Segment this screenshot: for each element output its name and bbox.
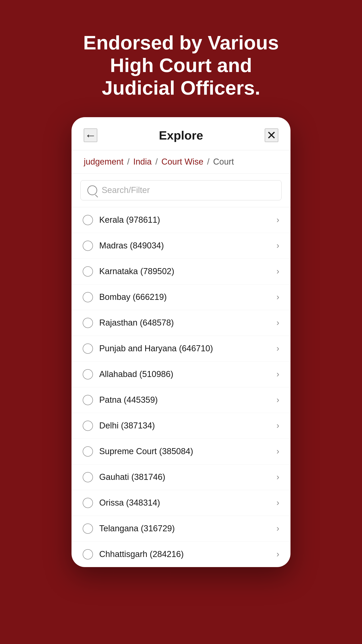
list-item[interactable]: Allahabad (510986)› bbox=[71, 362, 291, 387]
radio-circle bbox=[83, 344, 93, 354]
breadcrumb-sep-2: / bbox=[155, 157, 160, 166]
item-label: Patna (445359) bbox=[99, 395, 270, 405]
modal-title: Explore bbox=[159, 128, 203, 142]
radio-circle bbox=[83, 498, 93, 508]
chevron-right-icon: › bbox=[276, 395, 279, 405]
back-button[interactable]: ← bbox=[84, 128, 97, 142]
item-label: Rajasthan (648578) bbox=[99, 318, 270, 328]
list-item[interactable]: Karnataka (789502)› bbox=[71, 259, 291, 284]
list-item[interactable]: Orissa (348314)› bbox=[71, 490, 291, 516]
item-label: Orissa (348314) bbox=[99, 498, 270, 508]
chevron-right-icon: › bbox=[276, 241, 279, 250]
chevron-right-icon: › bbox=[276, 215, 279, 225]
back-arrow-icon: ← bbox=[85, 128, 96, 142]
chevron-right-icon: › bbox=[276, 498, 279, 508]
chevron-right-icon: › bbox=[276, 292, 279, 302]
radio-circle bbox=[83, 549, 93, 560]
item-label: Punjab and Haryana (646710) bbox=[99, 344, 270, 353]
radio-circle bbox=[83, 369, 93, 380]
radio-circle bbox=[83, 472, 93, 482]
radio-circle bbox=[83, 395, 93, 405]
breadcrumb-court: Court bbox=[213, 157, 234, 166]
list-item[interactable]: Bombay (666219)› bbox=[71, 284, 291, 310]
radio-circle bbox=[83, 266, 93, 276]
chevron-right-icon: › bbox=[276, 370, 279, 379]
item-label: Allahabad (510986) bbox=[99, 370, 270, 379]
radio-circle bbox=[83, 240, 93, 251]
item-label: Telangana (316729) bbox=[99, 524, 270, 533]
item-label: Supreme Court (385084) bbox=[99, 446, 270, 456]
search-placeholder: Search/Filter bbox=[102, 185, 150, 195]
radio-circle bbox=[83, 420, 93, 431]
chevron-right-icon: › bbox=[276, 421, 279, 430]
list-item[interactable]: Kerala (978611)› bbox=[71, 207, 291, 233]
item-label: Delhi (387134) bbox=[99, 421, 270, 430]
chevron-right-icon: › bbox=[276, 524, 279, 533]
hero-title: Endorsed by Various High Court and Judic… bbox=[47, 0, 315, 117]
list-item[interactable]: Rajasthan (648578)› bbox=[71, 310, 291, 336]
radio-circle bbox=[83, 524, 93, 534]
radio-circle bbox=[83, 215, 93, 225]
close-button[interactable]: ✕ bbox=[265, 128, 278, 142]
list-item[interactable]: Chhattisgarh (284216)› bbox=[71, 542, 291, 567]
close-icon: ✕ bbox=[267, 128, 276, 142]
list-item[interactable]: Madras (849034)› bbox=[71, 233, 291, 259]
list-item[interactable]: Patna (445359)› bbox=[71, 387, 291, 413]
breadcrumb-sep-1: / bbox=[127, 157, 132, 166]
radio-circle bbox=[83, 318, 93, 328]
list-item[interactable]: Telangana (316729)› bbox=[71, 516, 291, 542]
chevron-right-icon: › bbox=[276, 266, 279, 276]
list-item[interactable]: Punjab and Haryana (646710)› bbox=[71, 336, 291, 362]
radio-circle bbox=[83, 446, 93, 456]
radio-circle bbox=[83, 292, 93, 302]
court-list: Kerala (978611)›Madras (849034)›Karnatak… bbox=[71, 207, 291, 567]
item-label: Madras (849034) bbox=[99, 241, 270, 250]
item-label: Bombay (666219) bbox=[99, 292, 270, 302]
breadcrumb: judgement / India / Court Wise / Court bbox=[71, 150, 291, 174]
breadcrumb-india[interactable]: India bbox=[133, 157, 151, 166]
item-label: Kerala (978611) bbox=[99, 215, 270, 225]
search-icon bbox=[87, 185, 97, 195]
chevron-right-icon: › bbox=[276, 550, 279, 559]
item-label: Gauhati (381746) bbox=[99, 472, 270, 482]
modal-header: ← Explore ✕ bbox=[71, 117, 291, 150]
item-label: Karnataka (789502) bbox=[99, 266, 270, 276]
chevron-right-icon: › bbox=[276, 318, 279, 328]
list-item[interactable]: Gauhati (381746)› bbox=[71, 464, 291, 490]
breadcrumb-court-wise[interactable]: Court Wise bbox=[161, 157, 203, 166]
modal-container: ← Explore ✕ judgement / India / Court Wi… bbox=[71, 117, 291, 567]
search-box[interactable]: Search/Filter bbox=[80, 180, 282, 200]
item-label: Chhattisgarh (284216) bbox=[99, 550, 270, 559]
chevron-right-icon: › bbox=[276, 472, 279, 482]
chevron-right-icon: › bbox=[276, 344, 279, 353]
list-item[interactable]: Supreme Court (385084)› bbox=[71, 439, 291, 464]
breadcrumb-sep-3: / bbox=[207, 157, 212, 166]
search-container: Search/Filter bbox=[71, 174, 291, 207]
list-item[interactable]: Delhi (387134)› bbox=[71, 413, 291, 439]
breadcrumb-judgement[interactable]: judgement bbox=[84, 157, 123, 166]
chevron-right-icon: › bbox=[276, 446, 279, 456]
